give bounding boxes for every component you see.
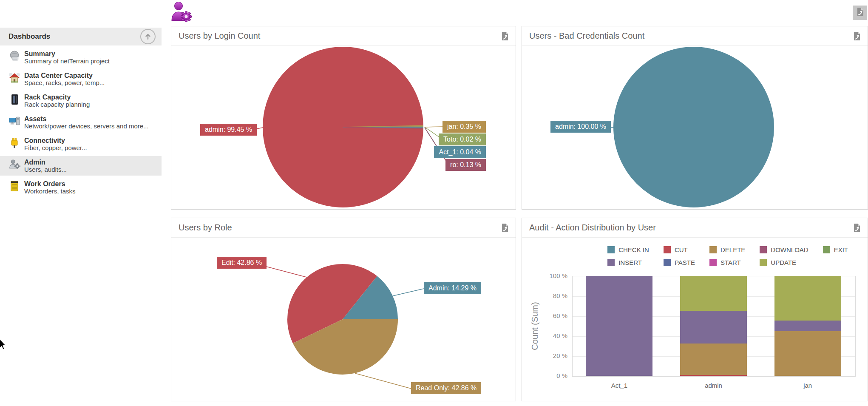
sidebar-item-title: Assets	[24, 115, 149, 122]
up-arrow-circle-icon[interactable]	[140, 29, 156, 44]
globe-disk-icon	[9, 50, 20, 62]
y-tick-label: 0 %	[540, 372, 567, 379]
sidebar: Dashboards SummarySummary of netTerrain …	[0, 0, 162, 406]
legend-item-delete[interactable]: DELETE	[709, 246, 745, 253]
panel-title: Audit - Action Distribution by User	[529, 223, 851, 233]
sidebar-item-subtitle: Workorders, tasks	[24, 187, 76, 195]
sidebar-item-title: Admin	[24, 159, 67, 166]
bar-segment-jan-insert	[774, 321, 841, 332]
x-category-label: jan	[778, 382, 837, 389]
x-category-label: admin	[684, 382, 743, 389]
panel-header: Users - Bad Credentials Count	[522, 26, 868, 46]
pie-label-toto: Toto: 0.02 %	[439, 133, 486, 145]
export-image-icon[interactable]	[499, 223, 510, 233]
export-image-icon[interactable]	[499, 31, 510, 41]
rack-icon	[9, 94, 20, 105]
sidebar-item-subtitle: Users, audits...	[24, 166, 67, 173]
legend-swatch	[607, 246, 615, 253]
pie-chart-bad-credentials: admin: 100.00 %	[522, 46, 868, 210]
bar-segment-jan-delete	[774, 331, 841, 376]
legend-item-insert[interactable]: INSERT	[607, 259, 649, 266]
sidebar-item-data-center-capacity[interactable]: Data Center CapacitySpace, racks, power,…	[0, 69, 162, 89]
pie-label-admin: admin: 100.00 %	[550, 121, 611, 133]
sidebar-item-title: Connectivity	[24, 137, 87, 144]
legend-swatch	[664, 246, 671, 253]
legend-label: INSERT	[618, 259, 642, 266]
legend-item-check-in[interactable]: CHECK IN	[607, 246, 649, 253]
sidebar-item-list: SummarySummary of netTerrain projectData…	[0, 48, 162, 199]
stacked-bar-chart: CHECK INCUTDELETEDOWNLOADEXITINSERTPASTE…	[522, 238, 868, 401]
panel-header: Users by Role	[171, 218, 516, 238]
y-axis-label: Count (Sum)	[530, 302, 540, 350]
sidebar-item-title: Data Center Capacity	[24, 72, 105, 79]
sidebar-item-assets[interactable]: AssetsNetwork/power devices, servers and…	[0, 113, 162, 132]
y-tick-label: 60 %	[540, 312, 567, 319]
sidebar-item-subtitle: Rack capacity planning	[24, 101, 90, 108]
panel-title: Users - Bad Credentials Count	[529, 31, 851, 41]
y-tick-label: 20 %	[540, 352, 567, 359]
sidebar-item-text: AdminUsers, audits...	[24, 159, 67, 173]
panel-users-by-login-count: Users by Login Count admin: 99.45 %jan: …	[171, 26, 516, 210]
legend-label: PASTE	[675, 259, 695, 266]
legend-swatch	[709, 246, 717, 253]
chart-legend: CHECK INCUTDELETEDOWNLOADEXITINSERTPASTE…	[607, 246, 848, 266]
notepad-icon	[9, 180, 20, 192]
legend-item-exit[interactable]: EXIT	[823, 246, 848, 253]
plug-icon	[9, 137, 20, 149]
sidebar-item-title: Rack Capacity	[24, 94, 90, 101]
sidebar-item-title: Work Orders	[24, 180, 76, 187]
person-gear-icon	[9, 159, 20, 170]
sidebar-item-rack-capacity[interactable]: Rack CapacityRack capacity planning	[0, 91, 162, 111]
sidebar-item-text: ConnectivityFiber, copper, power...	[24, 137, 87, 151]
sidebar-header: Dashboards	[0, 28, 162, 45]
sidebar-item-text: Data Center CapacitySpace, racks, power,…	[24, 72, 105, 86]
legend-label: DOWNLOAD	[771, 246, 808, 253]
sidebar-item-title: Summary	[24, 50, 110, 57]
sidebar-item-connectivity[interactable]: ConnectivityFiber, copper, power...	[0, 134, 162, 154]
sidebar-item-text: Rack CapacityRack capacity planning	[24, 94, 90, 108]
legend-item-cut[interactable]: CUT	[664, 246, 695, 253]
pie-chart-login-count: admin: 99.45 %jan: 0.35 %Toto: 0.02 %Act…	[171, 46, 516, 210]
pie-label-ro: ro: 0.13 %	[445, 159, 486, 171]
y-tick-label: 80 %	[540, 292, 567, 299]
legend-item-download[interactable]: DOWNLOAD	[760, 246, 808, 253]
legend-label: UPDATE	[771, 259, 796, 266]
sidebar-item-subtitle: Network/power devices, servers and more.…	[24, 122, 149, 130]
legend-item-update[interactable]: UPDATE	[760, 259, 808, 266]
sidebar-item-summary[interactable]: SummarySummary of netTerrain project	[0, 48, 162, 67]
bar-segment-admin-cut	[680, 375, 747, 376]
panel-audit-action-distribution: Audit - Action Distribution by User CHEC…	[522, 218, 868, 401]
bar-segment-admin-insert	[680, 311, 747, 344]
legend-item-start[interactable]: START	[709, 259, 745, 266]
export-image-icon[interactable]	[851, 31, 862, 41]
bar-segment-admin-delete	[680, 344, 747, 375]
legend-label: CHECK IN	[618, 246, 649, 253]
pie-label-admin: Admin: 14.29 %	[424, 282, 481, 294]
legend-label: CUT	[675, 246, 688, 253]
admin-user-gear-icon	[169, 1, 193, 23]
export-image-icon[interactable]	[851, 223, 862, 233]
sidebar-item-text: Work OrdersWorkorders, tasks	[24, 180, 76, 195]
sidebar-item-work-orders[interactable]: Work OrdersWorkorders, tasks	[0, 178, 162, 197]
pie-label-read-only: Read Only: 42.86 %	[411, 382, 481, 394]
legend-swatch	[607, 259, 615, 266]
y-tick-label: 40 %	[540, 332, 567, 339]
export-image-button[interactable]	[853, 6, 867, 20]
sidebar-item-text: AssetsNetwork/power devices, servers and…	[24, 115, 149, 130]
legend-item-paste[interactable]: PASTE	[664, 259, 695, 266]
mouse-cursor-icon	[0, 338, 6, 352]
panel-title: Users by Role	[179, 223, 499, 233]
computer-icon	[9, 115, 20, 127]
legend-swatch	[760, 259, 767, 266]
sidebar-item-text: SummarySummary of netTerrain project	[24, 50, 110, 65]
sidebar-item-admin[interactable]: AdminUsers, audits...	[0, 156, 162, 176]
bar-segment-admin-update	[680, 276, 747, 311]
legend-label: EXIT	[834, 246, 848, 253]
panel-users-by-role: Users by Role Edit: 42.86 %Admin: 14.29 …	[171, 218, 516, 401]
bar-segment-jan-update	[774, 276, 841, 321]
pie-label-edit: Edit: 42.86 %	[217, 257, 267, 269]
sidebar-item-subtitle: Space, racks, power, temp...	[24, 79, 105, 86]
pie-label-act_1: Act_1: 0.04 %	[434, 146, 486, 158]
legend-swatch	[760, 246, 767, 253]
pie-chart-users-by-role: Edit: 42.86 %Admin: 14.29 %Read Only: 42…	[171, 238, 516, 401]
